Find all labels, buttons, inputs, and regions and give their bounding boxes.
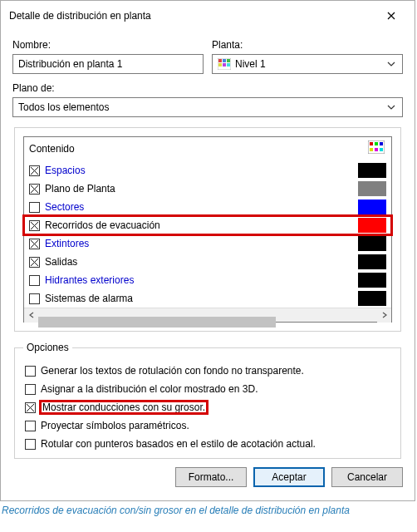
checkbox[interactable] bbox=[29, 202, 40, 213]
close-button[interactable] bbox=[375, 6, 408, 26]
planta-value: Nivel 1 bbox=[235, 58, 266, 70]
checkbox[interactable] bbox=[25, 384, 36, 395]
svg-rect-4 bbox=[218, 63, 222, 66]
label-nombre: Nombre: bbox=[12, 39, 204, 51]
contenido-group: Contenido EspaciosPlano de PlantaSectore… bbox=[14, 127, 401, 332]
checkbox[interactable] bbox=[29, 239, 40, 249]
plano-value: Todos los elementos bbox=[18, 101, 109, 113]
list-item[interactable]: Extintores bbox=[24, 234, 391, 253]
cancelar-button[interactable]: Cancelar bbox=[331, 467, 403, 487]
svg-rect-2 bbox=[223, 59, 226, 62]
dialog-window: Detalle de distribución en planta Nombre… bbox=[0, 0, 415, 501]
checkbox[interactable] bbox=[29, 293, 40, 304]
checkbox[interactable] bbox=[25, 421, 36, 431]
option-row[interactable]: Generar los textos de rotulación con fon… bbox=[23, 362, 392, 380]
checkbox[interactable] bbox=[29, 275, 40, 286]
svg-rect-9 bbox=[375, 142, 378, 145]
plano-select[interactable]: Todos los elementos bbox=[12, 97, 403, 117]
svg-rect-10 bbox=[380, 142, 383, 145]
option-label: Proyectar símbolos paramétricos. bbox=[41, 420, 189, 431]
list-item-label: Plano de Planta bbox=[45, 183, 353, 195]
window-title: Detalle de distribución en planta bbox=[9, 10, 151, 22]
level-icon bbox=[218, 58, 231, 70]
color-swatch[interactable] bbox=[358, 181, 386, 196]
svg-rect-6 bbox=[227, 63, 230, 66]
list-item[interactable]: Sistemas de alarma bbox=[24, 289, 391, 308]
checkbox[interactable] bbox=[29, 220, 40, 231]
list-item-label[interactable]: Extintores bbox=[45, 238, 353, 249]
svg-rect-5 bbox=[223, 63, 226, 66]
option-row[interactable]: Rotular con punteros basados en el estil… bbox=[23, 435, 392, 453]
list-item[interactable]: Salidas bbox=[24, 253, 391, 271]
scroll-thumb[interactable] bbox=[38, 317, 276, 328]
aceptar-button[interactable]: Aceptar bbox=[253, 467, 325, 487]
svg-rect-1 bbox=[218, 59, 222, 62]
svg-rect-3 bbox=[227, 59, 230, 62]
color-swatch[interactable] bbox=[358, 218, 386, 233]
opciones-group: Opciones Generar los textos de rotulació… bbox=[14, 342, 401, 459]
checkbox[interactable] bbox=[29, 184, 40, 195]
chevron-down-icon bbox=[384, 62, 399, 66]
list-item[interactable]: Plano de Planta bbox=[24, 180, 391, 198]
option-label: Rotular con punteros basados en el estil… bbox=[41, 438, 316, 450]
label-plano-de: Plano de: bbox=[12, 82, 403, 94]
option-label: Mostrar conducciones con su grosor. bbox=[42, 401, 205, 413]
svg-rect-12 bbox=[375, 148, 378, 151]
list-item[interactable]: Recorridos de evacuación bbox=[24, 216, 391, 234]
option-row[interactable]: Mostrar conducciones con su grosor. bbox=[23, 398, 392, 416]
opciones-legend: Opciones bbox=[23, 342, 72, 353]
formato-button[interactable]: Formato... bbox=[175, 467, 247, 487]
color-swatch[interactable] bbox=[358, 273, 386, 288]
checkbox[interactable] bbox=[25, 439, 36, 450]
content-listbox: Contenido EspaciosPlano de PlantaSectore… bbox=[23, 136, 392, 323]
scroll-left-button[interactable] bbox=[24, 308, 38, 323]
list-item-label: Recorridos de evacuación bbox=[45, 219, 353, 231]
checkbox[interactable] bbox=[25, 402, 36, 413]
nombre-input[interactable] bbox=[12, 54, 204, 74]
list-item-label[interactable]: Sectores bbox=[45, 201, 353, 213]
svg-rect-13 bbox=[380, 148, 383, 151]
color-swatch[interactable] bbox=[358, 291, 386, 306]
list-item[interactable]: Espacios bbox=[24, 161, 391, 180]
close-icon bbox=[387, 12, 395, 20]
checkbox[interactable] bbox=[29, 257, 40, 268]
list-item[interactable]: Hidrantes exteriores bbox=[24, 271, 391, 289]
content-list: EspaciosPlano de PlantaSectoresRecorrido… bbox=[24, 161, 391, 308]
option-row[interactable]: Asignar a la distribución el color mostr… bbox=[23, 380, 392, 398]
scroll-right-button[interactable] bbox=[377, 308, 391, 323]
planta-select[interactable]: Nivel 1 bbox=[212, 54, 403, 74]
list-item-label: Salidas bbox=[45, 256, 353, 268]
caption-text: Recorridos de evacuación con/sin grosor … bbox=[0, 501, 415, 521]
checkbox[interactable] bbox=[29, 165, 40, 176]
label-planta: Planta: bbox=[212, 39, 403, 51]
content-header: Contenido bbox=[29, 143, 75, 155]
color-swatch[interactable] bbox=[358, 200, 386, 214]
option-label: Generar los textos de rotulación con fon… bbox=[41, 365, 304, 377]
horizontal-scrollbar[interactable] bbox=[24, 308, 391, 322]
color-swatch[interactable] bbox=[358, 236, 386, 251]
color-swatch[interactable] bbox=[358, 163, 386, 178]
option-row[interactable]: Proyectar símbolos paramétricos. bbox=[23, 416, 392, 435]
list-item-label[interactable]: Espacios bbox=[45, 165, 353, 176]
list-item-label[interactable]: Hidrantes exteriores bbox=[45, 274, 353, 286]
chevron-down-icon bbox=[384, 105, 399, 110]
option-label: Asignar a la distribución el color mostr… bbox=[41, 383, 258, 395]
svg-rect-8 bbox=[370, 142, 373, 145]
svg-rect-11 bbox=[370, 148, 373, 151]
list-item-label: Sistemas de alarma bbox=[45, 293, 353, 304]
titlebar: Detalle de distribución en planta bbox=[1, 1, 415, 31]
grid-icon[interactable] bbox=[368, 140, 385, 156]
button-row: Formato... Aceptar Cancelar bbox=[12, 459, 403, 489]
list-item[interactable]: Sectores bbox=[24, 198, 391, 216]
checkbox[interactable] bbox=[25, 366, 36, 377]
color-swatch[interactable] bbox=[358, 254, 386, 269]
